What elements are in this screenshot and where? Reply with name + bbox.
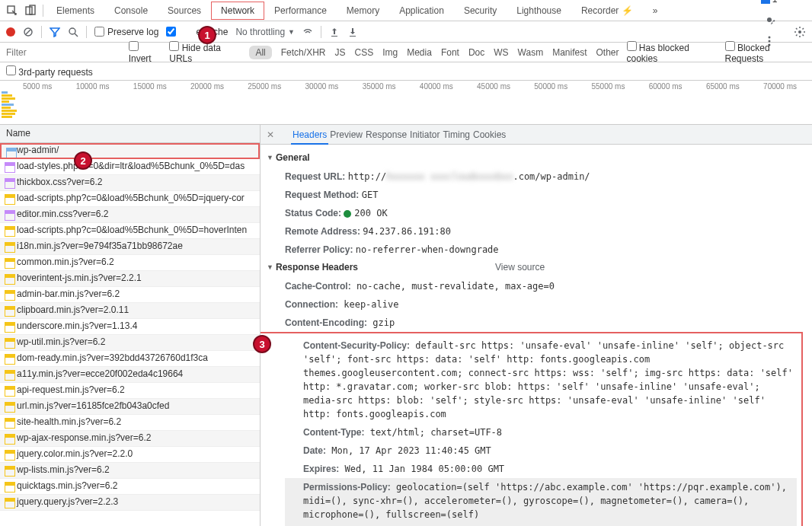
preserve-log-checkbox[interactable]: Preserve log — [94, 27, 158, 37]
svg-point-3 — [768, 36, 770, 38]
detail-tab-timing[interactable]: Timing — [441, 126, 472, 143]
request-row[interactable]: jquery.color.min.js?ver=2.2.0 — [0, 447, 260, 463]
request-row[interactable]: clipboard.min.js?ver=2.0.11 — [0, 303, 260, 319]
svg-point-7 — [69, 28, 75, 34]
timeline-tick: 15000 ms — [133, 82, 167, 91]
request-row[interactable]: load-scripts.php?c=0&load%5Bchunk_0%5D=j… — [0, 191, 260, 207]
divider — [41, 26, 42, 38]
request-row[interactable]: admin-bar.min.js?ver=6.2 — [0, 287, 260, 303]
timeline-tick: 35000 ms — [363, 82, 396, 91]
request-url: Request URL: http://hxxxxxx xxxcloudxxxx… — [267, 167, 803, 186]
tab-sources[interactable]: Sources — [158, 2, 211, 20]
request-row[interactable]: editor.min.css?ver=6.2 — [0, 207, 260, 223]
detail-tab-response[interactable]: Response — [364, 126, 408, 143]
response-header: Connection: keep-alive — [267, 295, 803, 314]
clear-icon[interactable] — [23, 27, 34, 37]
tab-recorder[interactable]: Recorder ⚡ — [571, 2, 643, 20]
request-row[interactable]: api-request.min.js?ver=6.2 — [0, 383, 260, 399]
gear-icon[interactable] — [763, 14, 775, 26]
referrer-policy: Referrer Policy: no-referrer-when-downgr… — [267, 241, 803, 259]
tab-memory[interactable]: Memory — [337, 2, 389, 20]
detail-tab-cookies[interactable]: Cookies — [472, 126, 507, 143]
filter-icon[interactable] — [50, 27, 60, 37]
record-icon[interactable] — [6, 27, 15, 37]
tab-elements[interactable]: Elements — [46, 2, 104, 20]
request-row[interactable]: load-scripts.php?c=0&load%5Bchunk_0%5D=h… — [0, 223, 260, 239]
detail-tab-preview[interactable]: Preview — [328, 126, 364, 143]
filter-type-wasm[interactable]: Wasm — [518, 47, 544, 58]
request-row[interactable]: load-styles.php?c=0&dir=ltr&load%5Bchunk… — [0, 159, 260, 175]
request-row[interactable]: wp-lists.min.js?ver=6.2 — [0, 463, 260, 479]
filter-type-all[interactable]: All — [249, 46, 271, 59]
request-row[interactable]: wp-util.min.js?ver=6.2 — [0, 335, 260, 351]
third-party-checkbox[interactable]: 3rd-party requests — [6, 65, 93, 78]
invert-checkbox[interactable]: Invert — [129, 41, 162, 64]
request-row[interactable]: dom-ready.min.js?ver=392bdd43726760d1f3c… — [0, 351, 260, 367]
blocked-requests-checkbox[interactable]: Blocked Requests — [725, 41, 806, 64]
filter-type-manifest[interactable]: Manifest — [552, 47, 587, 58]
svg-point-8 — [798, 30, 801, 33]
request-row[interactable]: site-health.min.js?ver=6.2 — [0, 415, 260, 431]
response-header: Content-Type: text/html; charset=UTF-8 — [285, 423, 797, 442]
tab-console[interactable]: Console — [104, 2, 158, 20]
request-row[interactable]: wp-ajax-response.min.js?ver=6.2 — [0, 431, 260, 447]
timeline-tick: 20000 ms — [190, 82, 224, 91]
filter-type-doc[interactable]: Doc — [468, 47, 484, 58]
filter-type-ws[interactable]: WS — [494, 47, 508, 58]
filter-type-font[interactable]: Font — [441, 47, 459, 58]
blocked-cookies-checkbox[interactable]: Has blocked cookies — [627, 41, 718, 64]
detail-tab-headers[interactable]: Headers — [291, 126, 328, 145]
filter-input[interactable] — [6, 47, 121, 58]
disable-cache-checkbox[interactable]: e cache — [166, 27, 228, 37]
wifi-icon[interactable] — [302, 27, 313, 37]
general-section-title[interactable]: General — [267, 149, 803, 167]
filter-type-img[interactable]: Img — [382, 47, 398, 58]
filter-type-media[interactable]: Media — [407, 47, 432, 58]
upload-icon[interactable] — [329, 27, 340, 37]
request-list-panel: Name wp-admin/load-styles.php?c=0&dir=lt… — [0, 125, 261, 526]
request-list[interactable]: wp-admin/load-styles.php?c=0&dir=ltr&loa… — [0, 143, 260, 526]
detail-tab-initiator[interactable]: Initiator — [408, 126, 441, 143]
timeline-tick: 60000 ms — [649, 82, 683, 91]
response-headers-title[interactable]: Response HeadersView source — [267, 259, 803, 277]
tab-network[interactable]: Network — [211, 2, 264, 20]
search-icon[interactable] — [68, 27, 78, 37]
request-row[interactable]: hoverintent-js.min.js?ver=2.2.1 — [0, 271, 260, 287]
more-tabs[interactable]: » — [643, 2, 668, 20]
status-dot-icon — [344, 210, 351, 218]
filter-type-fetchxhr[interactable]: Fetch/XHR — [281, 47, 326, 58]
timeline[interactable]: 5000 ms10000 ms15000 ms20000 ms25000 ms3… — [0, 81, 812, 125]
gear-icon[interactable] — [794, 26, 806, 38]
status-code: Status Code: 200 OK — [267, 204, 803, 222]
annotation-2: 2 — [74, 151, 92, 170]
response-header: Permissions-Policy: geolocation=(self 'h… — [285, 478, 797, 524]
filter-type-css[interactable]: CSS — [354, 47, 373, 58]
name-column-header[interactable]: Name — [0, 125, 260, 143]
request-row[interactable]: quicktags.min.js?ver=6.2 — [0, 479, 260, 495]
tab-application[interactable]: Application — [389, 2, 454, 20]
timeline-tick: 50000 ms — [534, 82, 567, 91]
tab-security[interactable]: Security — [454, 2, 507, 20]
request-row[interactable]: url.min.js?ver=16185fce2fb043a0cfed — [0, 399, 260, 415]
download-icon[interactable] — [347, 27, 358, 37]
request-row[interactable]: i18n.min.js?ver=9e794f35a71bb98672ae — [0, 239, 260, 255]
tab-performance[interactable]: Performance — [264, 2, 337, 20]
request-row[interactable]: thickbox.css?ver=6.2 — [0, 175, 260, 191]
hide-data-urls-checkbox[interactable]: Hide data URLs — [169, 41, 241, 64]
messages-badge[interactable]: 1 — [761, 0, 778, 5]
request-row[interactable]: common.min.js?ver=6.2 — [0, 255, 260, 271]
request-row[interactable]: jquery.query.js?ver=2.2.3 — [0, 495, 260, 511]
view-source-link[interactable]: View source — [495, 262, 545, 273]
throttling-select[interactable]: No throttling ▼ — [235, 27, 295, 37]
filter-type-js[interactable]: JS — [334, 47, 345, 58]
tab-lighthouse[interactable]: Lighthouse — [507, 2, 571, 20]
inspect-icon[interactable] — [6, 5, 18, 17]
request-row[interactable]: wp-admin/ — [0, 143, 260, 159]
device-icon[interactable] — [24, 5, 37, 17]
response-header: Content-Security-Policy: default-src htt… — [285, 336, 797, 423]
timeline-tick: 65000 ms — [706, 82, 740, 91]
request-row[interactable]: underscore.min.js?ver=1.13.4 — [0, 319, 260, 335]
request-row[interactable]: a11y.min.js?ver=ecce20f002eda4c19664 — [0, 367, 260, 383]
filter-type-other[interactable]: Other — [596, 47, 619, 58]
close-icon[interactable]: ✕ — [267, 129, 274, 140]
